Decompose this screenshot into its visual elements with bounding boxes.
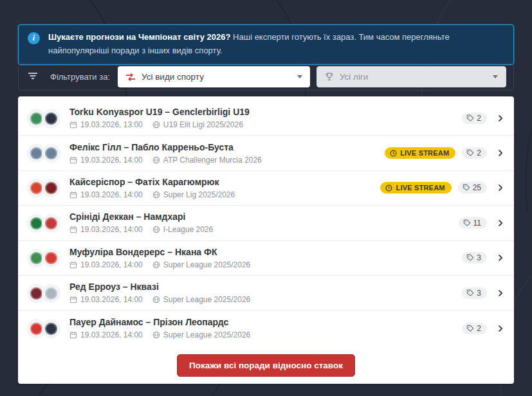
home-team-logo-mark [30, 287, 42, 300]
match-title: Кайсеріспор – Фатіх Карагюмрюк [69, 177, 380, 187]
away-team-logo [42, 109, 60, 128]
away-team-logo-mark [45, 323, 57, 335]
tag-icon [463, 219, 471, 227]
match-info: Ред Ерроуз – Нквазі 19.03.2026, 14:00 [69, 282, 462, 304]
tag-icon [466, 325, 474, 332]
calendar-icon [69, 261, 77, 269]
match-row-right: LIVE STREAM 25 [380, 182, 505, 194]
home-team-logo-mark [30, 113, 42, 125]
chevron-right-icon[interactable] [496, 324, 505, 333]
tips-count: 3 [477, 289, 481, 298]
match-meta: 19.03.2026, 14:00 I-League 2026 [69, 225, 459, 234]
chevron-right-icon[interactable] [496, 219, 505, 228]
league-filter-dropdown[interactable]: Усі ліги [316, 66, 506, 87]
match-title: Фелікс Гілл – Пабло Карреньо-Буста [69, 142, 385, 152]
tips-count-badge: 2 [462, 323, 487, 334]
team-logos [27, 284, 62, 303]
globe-icon [152, 121, 160, 129]
show-all-tips-button[interactable]: Покажи всі поради відносно ставок [177, 354, 355, 377]
chevron-right-icon[interactable] [496, 148, 505, 158]
clock-icon [390, 150, 397, 157]
chevron-right-icon[interactable] [496, 253, 505, 262]
match-info: Муфуліра Вондерерс – Нкана ФК 19.03.2026… [69, 247, 462, 269]
match-title: Torku Konyaspor U19 – Genclerbirligi U19 [69, 107, 462, 117]
match-meta: 19.03.2026, 14:00 Super League 2025/2026 [69, 260, 462, 269]
tips-count: 11 [473, 219, 481, 228]
calendar-icon [69, 121, 77, 129]
match-row-right: LIVE STREAM 2 [385, 147, 505, 159]
match-row[interactable]: Ред Ерроуз – Нквазі 19.03.2026, 14:00 [18, 276, 514, 310]
team-logos [27, 248, 62, 267]
clock-icon [385, 184, 392, 192]
sports-shuffle-icon [125, 73, 136, 82]
match-title: Муфуліра Вондерерс – Нкана ФК [69, 247, 462, 257]
page: { "colors": { "page_bg": "#272c3b", "ban… [0, 0, 532, 396]
match-league: ATP Challenger Murcia 2026 [163, 156, 262, 165]
match-title: Ред Ерроуз – Нквазі [69, 282, 462, 292]
tips-count-badge: 11 [459, 217, 487, 229]
chevron-right-icon[interactable] [496, 289, 505, 298]
match-row[interactable]: Кайсеріспор – Фатіх Карагюмрюк 19.03.202… [18, 171, 514, 206]
away-team-logo [42, 284, 60, 303]
sport-filter-dropdown[interactable]: Усі види спорту [118, 66, 310, 87]
match-meta: 19.03.2026, 14:00 ATP Challenger Murcia … [69, 156, 385, 165]
match-list: Torku Konyaspor U19 – Genclerbirligi U19… [18, 101, 514, 346]
info-icon: i [28, 32, 40, 44]
tips-count: 2 [477, 114, 481, 123]
match-row[interactable]: Пауер Дайнамос – Прізон Леопардс 19.03.2… [18, 310, 514, 345]
match-meta: 19.03.2026, 13:00 U19 Elit Ligi 2025/202… [69, 120, 462, 129]
filter-label: Фільтрувати за: [50, 72, 110, 82]
live-stream-badge: LIVE STREAM [380, 182, 451, 194]
match-league: I-League 2026 [163, 225, 213, 234]
away-team-logo-mark [45, 287, 57, 300]
trophy-icon [325, 72, 334, 82]
tips-count: 2 [477, 324, 481, 333]
match-datetime: 19.03.2026, 14:00 [80, 190, 143, 199]
match-league: Super League 2025/2026 [163, 260, 250, 269]
tips-count-badge: 25 [458, 182, 487, 194]
calendar-icon [69, 296, 77, 303]
tips-count-badge: 2 [462, 147, 487, 159]
match-row[interactable]: Срініді Деккан – Намдхарі 19.03.2026, 14… [18, 206, 514, 240]
banner-text: Шукаєте прогнози на Чемпіонат світу 2026… [48, 31, 503, 58]
team-logos [27, 143, 62, 163]
match-row-right: LIVE STREAM 2 [462, 323, 505, 334]
match-league: Super League 2025/2026 [163, 295, 250, 304]
tips-count-badge: 2 [462, 113, 487, 124]
match-meta: 19.03.2026, 14:00 Super League 2025/2026 [69, 295, 462, 304]
globe-icon [152, 226, 160, 233]
filter-bar: Фільтрувати за: Усі види спорту Усі ліги [18, 63, 514, 91]
globe-icon [152, 156, 160, 164]
tips-count: 3 [477, 253, 481, 262]
match-row-right: LIVE STREAM 2 [462, 113, 505, 124]
match-list-card: Torku Konyaspor U19 – Genclerbirligi U19… [18, 96, 514, 384]
away-team-logo-mark [45, 147, 57, 159]
live-stream-label: LIVE STREAM [396, 184, 445, 192]
tag-icon [466, 254, 474, 262]
match-row-right: LIVE STREAM 3 [462, 252, 505, 264]
match-info: Torku Konyaspor U19 – Genclerbirligi U19… [69, 107, 462, 129]
tips-count: 2 [477, 148, 481, 158]
chevron-right-icon[interactable] [496, 114, 505, 123]
match-row-right: LIVE STREAM 11 [459, 217, 505, 229]
match-row[interactable]: Torku Konyaspor U19 – Genclerbirligi U19… [18, 101, 514, 136]
calendar-icon [69, 191, 77, 199]
live-stream-label: LIVE STREAM [400, 149, 449, 157]
match-row[interactable]: Фелікс Гілл – Пабло Карреньо-Буста 19.03… [18, 136, 514, 170]
tag-icon [466, 114, 474, 122]
match-title: Срініді Деккан – Намдхарі [69, 212, 459, 222]
home-team-logo-mark [30, 147, 42, 159]
match-datetime: 19.03.2026, 14:00 [80, 295, 143, 304]
chevron-right-icon[interactable] [496, 183, 505, 192]
match-row[interactable]: Муфуліра Вондерерс – Нкана ФК 19.03.2026… [18, 241, 514, 276]
away-team-logo-mark [45, 217, 57, 230]
match-title: Пауер Дайнамос – Прізон Леопардс [69, 317, 462, 327]
tips-count-badge: 3 [462, 287, 487, 299]
match-datetime: 19.03.2026, 14:00 [80, 225, 143, 234]
match-info: Фелікс Гілл – Пабло Карреньо-Буста 19.03… [69, 142, 385, 165]
match-league: U19 Elit Ligi 2025/2026 [163, 120, 243, 129]
match-info: Кайсеріспор – Фатіх Карагюмрюк 19.03.202… [69, 177, 380, 199]
filter-icon [27, 71, 39, 84]
calendar-icon [69, 331, 77, 339]
globe-icon [152, 261, 160, 269]
